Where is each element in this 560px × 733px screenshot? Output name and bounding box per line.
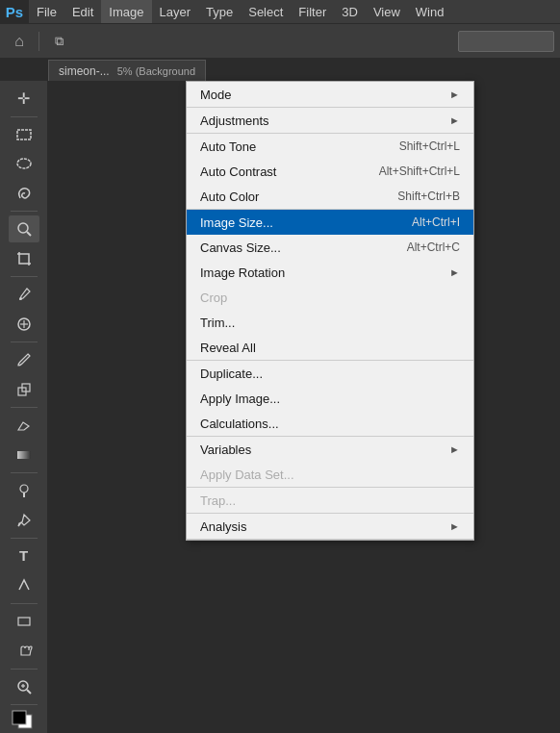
document-tab[interactable]: simeon-... 5% (Background bbox=[48, 60, 206, 81]
auto-contrast-label: Auto Contrast bbox=[200, 164, 277, 179]
tool-divider-9 bbox=[11, 669, 38, 670]
tool-colors[interactable] bbox=[9, 709, 39, 733]
menu-item-calculations[interactable]: Calculations... bbox=[187, 411, 473, 436]
menu-3d[interactable]: 3D bbox=[334, 0, 366, 23]
tool-dodge[interactable] bbox=[9, 477, 39, 505]
menu-item-auto-color[interactable]: Auto Color Shift+Ctrl+B bbox=[187, 184, 473, 209]
menu-select[interactable]: Select bbox=[241, 0, 291, 23]
menu-item-trim[interactable]: Trim... bbox=[187, 310, 473, 335]
menu-section-auto: Auto Tone Shift+Ctrl+L Auto Contrast Alt… bbox=[187, 134, 473, 210]
tool-text[interactable]: T bbox=[9, 543, 39, 570]
menu-item-apply-image[interactable]: Apply Image... bbox=[187, 386, 473, 411]
menu-section-mode: Mode ► bbox=[187, 82, 473, 108]
calculations-label: Calculations... bbox=[200, 417, 279, 431]
tool-move[interactable]: ✛ bbox=[9, 85, 39, 113]
svg-rect-13 bbox=[18, 618, 30, 625]
menu-layer[interactable]: Layer bbox=[152, 0, 199, 23]
app-icon: Ps bbox=[0, 0, 29, 23]
tool-lasso[interactable] bbox=[9, 179, 39, 207]
tool-rect-select[interactable] bbox=[9, 120, 39, 148]
svg-point-1 bbox=[17, 159, 31, 168]
svg-rect-0 bbox=[17, 130, 31, 139]
svg-rect-10 bbox=[17, 451, 31, 459]
menu-section-analysis: Analysis ► bbox=[187, 514, 473, 540]
toolbar-divider bbox=[38, 32, 39, 51]
svg-rect-19 bbox=[13, 711, 26, 724]
menu-view[interactable]: View bbox=[366, 0, 408, 23]
menu-bar: Ps File Edit Image Layer Type Select Fil… bbox=[0, 0, 560, 23]
auto-color-label: Auto Color bbox=[200, 190, 259, 204]
menu-item-crop[interactable]: Crop bbox=[187, 285, 473, 310]
tool-eyedropper[interactable] bbox=[9, 281, 39, 309]
tool-divider-7 bbox=[11, 538, 38, 539]
menu-item-mode-label: Mode bbox=[200, 88, 232, 102]
menu-section-trap: Trap... bbox=[187, 488, 473, 514]
tool-pen[interactable] bbox=[9, 506, 39, 534]
menu-window[interactable]: Wind bbox=[408, 0, 452, 23]
menu-item-trap[interactable]: Trap... bbox=[187, 488, 473, 513]
menu-item-variables[interactable]: Variables ► bbox=[187, 437, 473, 462]
menu-section-size: Image Size... Alt+Ctrl+I Canvas Size... … bbox=[187, 210, 473, 361]
auto-color-shortcut: Shift+Ctrl+B bbox=[397, 190, 460, 203]
tool-brush[interactable] bbox=[9, 346, 39, 374]
content-area: ✛ bbox=[0, 81, 560, 733]
tool-shape[interactable] bbox=[9, 608, 39, 636]
tool-ellipse-select[interactable] bbox=[9, 150, 39, 178]
menu-item-reveal-all[interactable]: Reveal All bbox=[187, 335, 473, 360]
mode-arrow-icon: ► bbox=[449, 88, 460, 100]
svg-point-4 bbox=[19, 297, 22, 300]
image-rotation-arrow-icon: ► bbox=[449, 266, 460, 278]
analysis-label: Analysis bbox=[200, 519, 246, 534]
tool-divider-2 bbox=[11, 211, 38, 212]
svg-point-11 bbox=[20, 485, 28, 493]
svg-point-2 bbox=[18, 223, 28, 233]
menu-item-apply-data-set[interactable]: Apply Data Set... bbox=[187, 462, 473, 487]
home-icon[interactable]: ⌂ bbox=[6, 28, 33, 55]
auto-tone-label: Auto Tone bbox=[200, 139, 256, 154]
menu-item-adjustments-label: Adjustments bbox=[200, 114, 269, 128]
tool-clone[interactable] bbox=[9, 375, 39, 403]
menu-image[interactable]: Image bbox=[101, 0, 151, 23]
reveal-all-label: Reveal All bbox=[200, 341, 256, 355]
menu-item-image-size[interactable]: Image Size... Alt+Ctrl+I bbox=[187, 210, 473, 235]
svg-line-3 bbox=[27, 232, 31, 236]
menu-item-analysis[interactable]: Analysis ► bbox=[187, 514, 473, 539]
menu-type[interactable]: Type bbox=[198, 0, 241, 23]
tool-gradient[interactable] bbox=[9, 441, 39, 468]
tab-bar: simeon-... 5% (Background bbox=[0, 58, 560, 81]
menu-item-duplicate[interactable]: Duplicate... bbox=[187, 361, 473, 386]
tool-divider bbox=[11, 116, 38, 117]
canvas-size-shortcut: Alt+Ctrl+C bbox=[407, 240, 460, 254]
tool-eraser[interactable] bbox=[9, 412, 39, 440]
menu-filter[interactable]: Filter bbox=[291, 0, 334, 23]
menu-item-adjustments[interactable]: Adjustments ► bbox=[187, 108, 473, 133]
variables-arrow-icon: ► bbox=[449, 443, 460, 455]
menu-item-auto-contrast[interactable]: Auto Contrast Alt+Shift+Ctrl+L bbox=[187, 159, 473, 184]
trim-label: Trim... bbox=[200, 316, 235, 330]
crop-tool-icon[interactable]: ⧉ bbox=[45, 28, 72, 55]
tool-quick-select[interactable] bbox=[9, 215, 39, 243]
search-box[interactable] bbox=[458, 31, 554, 52]
svg-line-15 bbox=[27, 690, 31, 694]
menu-item-auto-tone[interactable]: Auto Tone Shift+Ctrl+L bbox=[187, 134, 473, 159]
canvas-info: 5% (Background bbox=[117, 65, 195, 77]
variables-label: Variables bbox=[200, 442, 251, 457]
auto-tone-shortcut: Shift+Ctrl+L bbox=[399, 139, 460, 153]
apply-data-set-label: Apply Data Set... bbox=[200, 468, 294, 482]
crop-label: Crop bbox=[200, 291, 227, 305]
tool-path-select[interactable] bbox=[9, 571, 39, 599]
tool-divider-10 bbox=[11, 704, 38, 705]
image-rotation-label: Image Rotation bbox=[200, 265, 285, 280]
tool-crop[interactable] bbox=[9, 244, 39, 272]
tool-divider-6 bbox=[11, 472, 38, 473]
menu-section-variables: Variables ► Apply Data Set... bbox=[187, 437, 473, 488]
menu-item-image-rotation[interactable]: Image Rotation ► bbox=[187, 260, 473, 285]
tool-heal[interactable] bbox=[9, 310, 39, 338]
menu-file[interactable]: File bbox=[29, 0, 64, 23]
apply-image-label: Apply Image... bbox=[200, 392, 280, 406]
menu-item-canvas-size[interactable]: Canvas Size... Alt+Ctrl+C bbox=[187, 235, 473, 260]
menu-item-mode[interactable]: Mode ► bbox=[187, 82, 473, 107]
tool-hand[interactable] bbox=[9, 637, 39, 665]
tool-zoom[interactable] bbox=[9, 673, 39, 701]
menu-edit[interactable]: Edit bbox=[64, 0, 101, 23]
